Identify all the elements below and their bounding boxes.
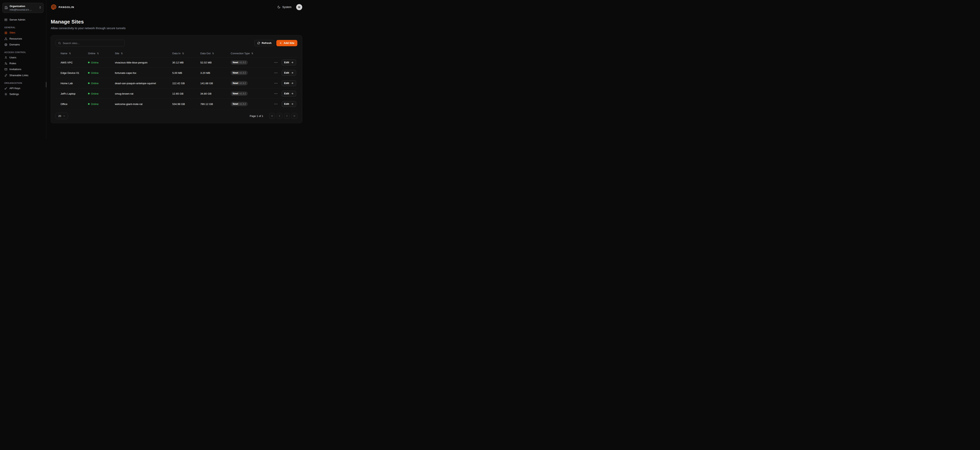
add-site-label: Add Site	[283, 42, 294, 44]
sites-card: Refresh Add Site Name⇅ Online⇅ Site⇅ Dat…	[51, 35, 302, 123]
brand[interactable]: PANGOLIN	[51, 4, 74, 10]
sidebar-item-users[interactable]: Users	[2, 55, 44, 60]
table-header-row: Name⇅ Online⇅ Site⇅ Data In⇅ Data Out⇅ C…	[56, 49, 298, 57]
data-out-value: 52.02 MB	[200, 61, 231, 64]
sidebar-item-api-keys[interactable]: API Keys	[2, 86, 44, 91]
org-selector[interactable]: Organization milo@fossorial.io's ...	[2, 3, 44, 13]
server-icon	[4, 18, 8, 21]
toolbar-buttons: Refresh Add Site	[255, 40, 298, 46]
search-input[interactable]	[63, 42, 122, 44]
more-options-button[interactable]: ⋯	[274, 102, 278, 106]
column-header-online[interactable]: Online⇅	[88, 52, 115, 55]
sidebar-item-label: Domains	[10, 43, 20, 46]
chevron-right-icon	[286, 114, 288, 117]
refresh-button[interactable]: Refresh	[255, 40, 274, 46]
site-slug: vivacious-little-blue-penguin	[115, 61, 172, 64]
gear-icon	[4, 93, 8, 96]
site-name: Jeff's Laptop	[60, 92, 88, 95]
status-label: Online	[91, 92, 99, 95]
chevron-left-icon	[278, 114, 281, 117]
more-options-button[interactable]: ⋯	[274, 92, 278, 96]
theme-label: System	[282, 5, 291, 9]
first-page-button[interactable]	[269, 113, 275, 119]
sidebar-item-invitations[interactable]: Invitations	[2, 67, 44, 72]
sidebar-item-resources[interactable]: Resources	[2, 36, 44, 42]
avatar[interactable]: M	[296, 4, 302, 10]
more-options-button[interactable]: ⋯	[274, 81, 278, 86]
edit-button[interactable]: Edit	[282, 70, 296, 76]
status-badge: Online	[88, 103, 99, 106]
arrow-right-icon	[291, 82, 294, 85]
data-in-value: 12.65 GB	[172, 92, 200, 95]
table-row: Edge Device 01 Online fortunate-cape-fox…	[56, 68, 298, 78]
last-page-button[interactable]	[291, 113, 298, 119]
refresh-label: Refresh	[262, 42, 272, 44]
column-header-data-in[interactable]: Data In⇅	[172, 52, 200, 55]
edit-button[interactable]: Edit	[282, 60, 296, 65]
search-icon	[58, 42, 61, 44]
status-label: Online	[91, 71, 99, 74]
sidebar-item-label: Sites	[10, 31, 15, 34]
edit-button[interactable]: Edit	[282, 91, 296, 97]
sidebar-item-domains[interactable]: Domains	[2, 42, 44, 48]
edit-button[interactable]: Edit	[282, 101, 296, 107]
mail-icon	[4, 68, 8, 71]
sort-icon: ⇅	[212, 52, 214, 55]
page-info: Page 1 of 1	[250, 114, 263, 117]
column-header-connection-type[interactable]: Connection Type⇅	[231, 52, 277, 55]
connection-type-badge: Newtv1.3.2	[231, 102, 248, 106]
site-name: Home Lab	[60, 82, 88, 85]
refresh-icon	[257, 42, 260, 44]
card-footer: 20 Page 1 of 1	[56, 113, 298, 119]
sidebar-item-label: Settings	[10, 93, 19, 96]
add-site-button[interactable]: Add Site	[276, 40, 298, 46]
moon-icon	[277, 5, 280, 9]
resources-icon	[4, 37, 8, 40]
status-badge: Online	[88, 92, 99, 95]
sort-icon: ⇅	[182, 52, 184, 55]
section-label-organization: ORGANIZATION	[4, 82, 42, 84]
chevrons-right-icon	[293, 114, 296, 117]
org-subtitle: milo@fossorial.io's ...	[10, 8, 32, 11]
page-title: Manage Sites	[51, 19, 302, 25]
arrow-right-icon	[291, 92, 294, 95]
connection-type-badge: Newtv1.3.2	[231, 60, 248, 65]
sidebar-item-settings[interactable]: Settings	[2, 91, 44, 97]
edit-button[interactable]: Edit	[282, 80, 296, 86]
theme-toggle-button[interactable]: System	[277, 5, 291, 9]
connection-type-badge: Newtv1.3.2	[231, 92, 248, 96]
column-header-data-out[interactable]: Data Out⇅	[200, 52, 231, 55]
row-actions: ⋯ Edit	[277, 60, 298, 65]
sites-table: Name⇅ Online⇅ Site⇅ Data In⇅ Data Out⇅ C…	[56, 49, 298, 109]
more-options-button[interactable]: ⋯	[274, 60, 278, 65]
user-icon	[4, 56, 8, 59]
sidebar-item-shareable-links[interactable]: Shareable Links	[2, 73, 44, 78]
sidebar-item-server-admin[interactable]: Server Admin	[2, 17, 44, 23]
status-label: Online	[91, 103, 99, 106]
column-header-name[interactable]: Name⇅	[60, 52, 88, 55]
sort-icon: ⇅	[121, 52, 123, 55]
connection-type-version: v1.3.2	[240, 82, 246, 85]
link-icon	[4, 74, 8, 77]
sidebar-item-roles[interactable]: Roles	[2, 60, 44, 67]
more-options-button[interactable]: ⋯	[274, 71, 278, 75]
previous-page-button[interactable]	[277, 113, 282, 119]
page-size-select[interactable]: 20	[56, 113, 68, 119]
data-out-value: 141.68 GB	[200, 82, 231, 85]
column-header-site[interactable]: Site⇅	[115, 52, 172, 55]
chevrons-up-down-icon	[39, 6, 41, 10]
table-row: Office Online welcome-giant-mole-rat 534…	[56, 99, 298, 109]
sidebar-scrollbar-thumb[interactable]	[46, 82, 46, 87]
app-root: Organization milo@fossorial.io's ... Ser…	[0, 0, 307, 139]
connection-type-badge: Newtv1.3.2	[231, 71, 248, 75]
chevron-down-icon	[63, 115, 65, 117]
topbar: PANGOLIN System M	[51, 0, 302, 14]
next-page-button[interactable]	[284, 113, 290, 119]
topbar-right: System M	[277, 4, 302, 10]
main-area: PANGOLIN System M Manage Sites Allow con…	[46, 0, 307, 139]
online-dot-icon	[88, 82, 89, 84]
status-badge: Online	[88, 71, 99, 74]
online-dot-icon	[88, 103, 89, 105]
sidebar-item-sites[interactable]: Sites	[2, 30, 44, 36]
arrow-right-icon	[291, 61, 294, 64]
